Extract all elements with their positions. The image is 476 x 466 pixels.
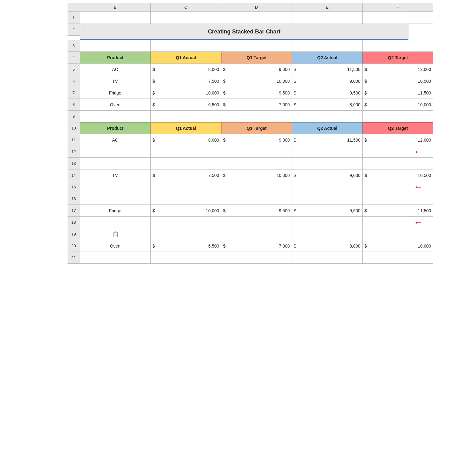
cell-e9 [292,111,363,122]
t2-r4-q1target: $10,000 [221,169,292,181]
rownum-20: 20 [68,240,80,252]
spreadsheet-container: B C D E F 1 2 Creating Stacked Bar Chart… [0,0,476,466]
cell-d16 [221,193,292,205]
t1-hdr-q1actual: Q1 Actual [151,52,221,64]
rownum-12: 12 [68,146,80,158]
cell-c19 [151,228,221,240]
rownum-15: 15 [68,181,80,193]
col-header-f: F [363,3,433,12]
cell-d9 [221,111,292,122]
cell-f18 [363,217,433,228]
dollar-sign: $ [223,67,226,72]
spreadsheet: B C D E F 1 2 Creating Stacked Bar Chart… [68,3,408,264]
row-17: 17 Fridge $10,000 $9,500 $9,500 $11,500 [68,205,408,217]
cell-f21 [363,252,433,264]
cell-b21 [80,252,151,264]
t1-r2-q1actual: $7,500 [151,75,221,87]
cell-e18 [292,217,363,228]
rownum-9: 9 [68,111,80,122]
cell-d15 [221,181,292,193]
row-12: 12 ← [68,146,408,158]
cell-c18 [151,217,221,228]
t2-r1-q2target: $12,000 [363,134,433,146]
dollar-sign: $ [364,67,367,72]
t1-r4-q2target: $10,000 [363,99,433,111]
t1-r4-q1actual: $6,500 [151,99,221,111]
cell-c1 [151,12,221,24]
cell-d19 [221,228,292,240]
rownum-2: 2 [68,24,80,36]
row-1: 1 [68,12,408,24]
t2-hdr-product: Product [80,122,151,134]
paste-icon-cell[interactable]: 📋 [80,228,151,240]
t1-hdr-q2target: Q2 Target [363,52,433,64]
cell-f16 [363,193,433,205]
col-header-c: C [151,3,221,12]
row-18: 18 ← [68,217,408,228]
dollar-sign: $ [152,67,155,72]
row-5: 5 AC $ 8,000 $ 9,000 $ 11,500 $ 12,000 [68,64,408,75]
col-header-b: B [80,3,151,12]
t1-r2-q2actual: $9,000 [292,75,363,87]
cell-f15 [363,181,433,193]
col-header-d: D [221,3,292,12]
cell-d3 [221,40,292,52]
t2-r4-q2target: $10,500 [363,169,433,181]
col-header-e: E [292,3,363,12]
t1-r4-q1target: $7,000 [221,99,292,111]
rownum-3: 3 [68,40,80,52]
cell-f9 [363,111,433,122]
cell-b13 [80,158,151,169]
t1-r2-q1target: $10,000 [221,75,292,87]
rownum-11: 11 [68,134,80,146]
row-15: 15 ← [68,181,408,193]
cell-d12 [221,146,292,158]
rownum-13: 13 [68,158,80,169]
t2-r1-product: AC [80,134,151,146]
col-headers-row: B C D E F [68,3,408,12]
cell-d18 [221,217,292,228]
t2-r1-q2actual: $11,500 [292,134,363,146]
t2-r7-q2actual: $9,500 [292,205,363,217]
cell-b18 [80,217,151,228]
cell-f12 [363,146,433,158]
t1-r3-q2actual: $9,500 [292,87,363,99]
rownum-18: 18 [68,217,80,228]
row-20: 20 Oven $6,500 $7,000 $8,000 $10,000 [68,240,408,252]
rownum-6: 6 [68,75,80,87]
cell-b12 [80,146,151,158]
row-9: 9 [68,111,408,122]
t2-r10-q2target: $10,000 [363,240,433,252]
t1-hdr-q2actual: Q2 Actual [292,52,363,64]
rownum-8: 8 [68,99,80,111]
cell-c13 [151,158,221,169]
t2-r7-q1target: $9,500 [221,205,292,217]
rownum-1: 1 [68,12,80,24]
cell-c16 [151,193,221,205]
rownum-5: 5 [68,64,80,75]
row-11: 11 AC $8,000 $9,000 $11,500 $12,000 [68,134,408,146]
t1-r3-q2target: $11,500 [363,87,433,99]
cell-c21 [151,252,221,264]
t2-r4-product: TV [80,169,151,181]
t2-hdr-q2actual: Q2 Actual [292,122,363,134]
cell-e3 [292,40,363,52]
cell-c3 [151,40,221,52]
cell-c9 [151,111,221,122]
row-4: 4 Product Q1 Actual Q1 Target Q2 Actual … [68,52,408,64]
rownum-17: 17 [68,205,80,217]
t1-r3-q1actual: $10,000 [151,87,221,99]
row-13: 13 [68,158,408,169]
t1-r1-q2target: $ 12,000 [363,64,433,75]
dollar-sign: $ [294,67,296,72]
cell-e19 [292,228,363,240]
cell-f13 [363,158,433,169]
t1-r2-product: TV [80,75,151,87]
cell-e15 [292,181,363,193]
t2-r10-q2actual: $8,000 [292,240,363,252]
cell-d1 [221,12,292,24]
cell-b9 [80,111,151,122]
row-14: 14 TV $7,500 $10,000 $9,000 $10,500 [68,169,408,181]
t1-r1-q1target: $ 9,000 [221,64,292,75]
rownum-21: 21 [68,252,80,264]
